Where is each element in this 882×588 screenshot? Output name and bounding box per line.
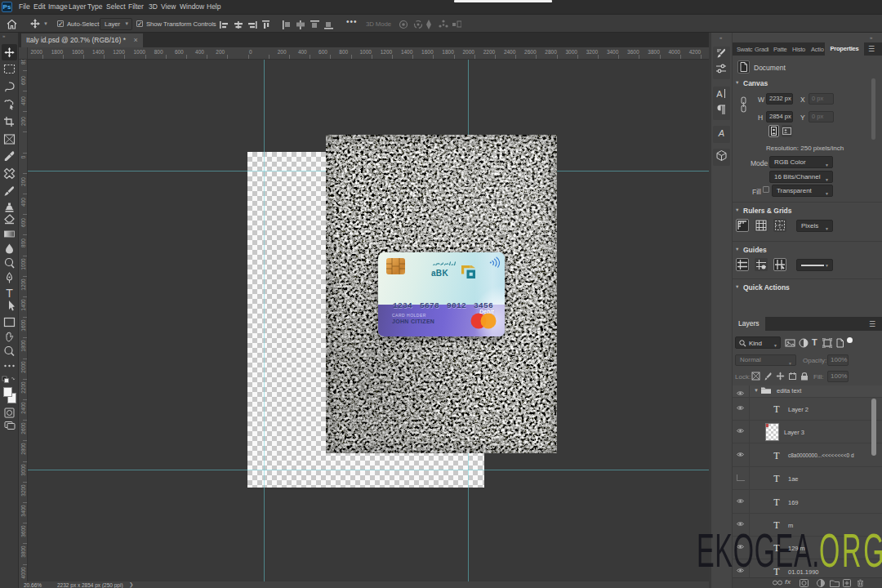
svg-text:T: T [6,287,13,300]
svg-text:A: A [718,128,724,138]
svg-text:A: A [716,89,723,99]
